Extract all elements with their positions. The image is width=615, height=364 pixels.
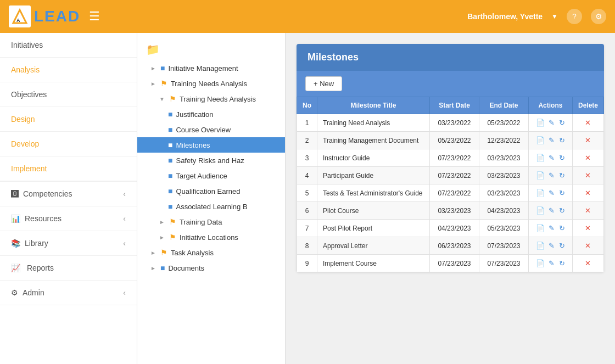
user-name[interactable]: Bartholomew, Yvette <box>467 12 543 21</box>
edit-icon[interactable]: ✎ <box>549 224 555 232</box>
col-actions: Actions <box>528 97 572 114</box>
cell-delete: ✕ <box>572 184 603 202</box>
delete-icon[interactable]: ✕ <box>585 119 591 127</box>
tree-item-tna-child[interactable]: ▼ ⚑ Training Needs Analysis <box>137 91 285 107</box>
col-end-date: End Date <box>479 97 528 114</box>
hamburger-menu[interactable]: ☰ <box>89 9 100 24</box>
cell-title[interactable]: Tests & Test Administrator's Guide <box>317 184 430 202</box>
cell-title[interactable]: Training Need Analysis <box>317 114 430 132</box>
delete-icon[interactable]: ✕ <box>585 259 591 267</box>
sidebar-item-implement[interactable]: Implement <box>0 156 137 181</box>
delete-icon[interactable]: ✕ <box>585 136 591 144</box>
restore-icon[interactable]: ↻ <box>559 171 565 180</box>
cell-title[interactable]: Participant Guide <box>317 167 430 184</box>
restore-icon[interactable]: ↻ <box>559 189 565 197</box>
view-icon[interactable]: 📄 <box>536 242 545 250</box>
sidebar-item-resources[interactable]: 📊Resources ‹ <box>0 206 137 231</box>
view-icon[interactable]: 📄 <box>536 136 545 144</box>
cell-end-date: 07/23/2023 <box>479 237 528 255</box>
cell-title[interactable]: Pilot Course <box>317 202 430 220</box>
cell-no: 1 <box>297 114 317 132</box>
view-icon[interactable]: 📄 <box>536 189 545 197</box>
chevron-icon-resources: ‹ <box>123 214 126 223</box>
restore-icon[interactable]: ↻ <box>559 224 565 232</box>
tree-item-safety-risks[interactable]: ■ Safety Risks and Haz <box>137 153 285 168</box>
edit-icon[interactable]: ✎ <box>549 206 555 215</box>
edit-icon[interactable]: ✎ <box>549 119 555 127</box>
tree-item-documents[interactable]: ► ■ Documents <box>137 260 285 276</box>
milestones-header: Milestones <box>297 44 604 71</box>
edit-icon[interactable]: ✎ <box>549 189 555 197</box>
restore-icon[interactable]: ↻ <box>559 154 565 162</box>
tree-item-course-overview[interactable]: ■ Course Overview <box>137 122 285 137</box>
delete-icon[interactable]: ✕ <box>585 206 591 215</box>
sidebar-item-design[interactable]: Design <box>0 107 137 132</box>
view-icon[interactable]: 📄 <box>536 259 545 267</box>
delete-icon[interactable]: ✕ <box>585 189 591 197</box>
view-icon[interactable]: 📄 <box>536 224 545 232</box>
doc-icon: ■ <box>160 264 165 272</box>
doc-icon: ■ <box>168 156 172 165</box>
sidebar-item-admin[interactable]: ⚙Admin ‹ <box>0 281 137 305</box>
cell-title[interactable]: Training Management Document <box>317 132 430 149</box>
user-dropdown-arrow[interactable]: ▼ <box>551 13 558 20</box>
tree-item-target-audience[interactable]: ■ Target Audience <box>137 168 285 183</box>
view-icon[interactable]: 📄 <box>536 171 545 180</box>
edit-icon[interactable]: ✎ <box>549 171 555 180</box>
settings-icon[interactable]: ⚙ <box>591 9 606 24</box>
cell-no: 9 <box>297 255 317 272</box>
sidebar-item-competencies[interactable]: 🅾Competencies ‹ <box>0 182 137 206</box>
tree-item-qualification[interactable]: ■ Qualification Earned <box>137 183 285 199</box>
cell-no: 4 <box>297 167 317 184</box>
cell-actions: 📄 ✎ ↻ <box>528 132 572 149</box>
cell-title[interactable]: Instructor Guide <box>317 149 430 167</box>
cell-delete: ✕ <box>572 149 603 167</box>
tree-item-initiative-mgmt[interactable]: ► ■ Initiative Management <box>137 60 285 76</box>
view-icon[interactable]: 📄 <box>536 119 545 127</box>
restore-icon[interactable]: ↻ <box>559 259 565 267</box>
sidebar-item-library[interactable]: 📚Library ‹ <box>0 231 137 256</box>
sidebar-item-initiatives[interactable]: Initiatives <box>0 33 137 58</box>
sidebar-item-analysis[interactable]: Analysis <box>0 58 137 82</box>
tree-item-assoc-learning[interactable]: ■ Associated Learning B <box>137 199 285 214</box>
cell-end-date: 03/23/2023 <box>479 167 528 184</box>
tree-item-justification[interactable]: ■ Justification <box>137 107 285 122</box>
sidebar: Initiatives Analysis Objectives Design D… <box>0 33 137 364</box>
delete-icon[interactable]: ✕ <box>585 242 591 250</box>
help-icon[interactable]: ? <box>567 9 582 24</box>
cell-title[interactable]: Implement Course <box>317 255 430 272</box>
restore-icon[interactable]: ↻ <box>559 206 565 215</box>
view-icon[interactable]: 📄 <box>536 154 545 162</box>
cell-start-date: 04/23/2023 <box>429 220 479 237</box>
tree-item-initiative-loc[interactable]: ► ⚑ Initiative Locations <box>137 229 285 245</box>
cell-start-date: 06/23/2023 <box>429 237 479 255</box>
logo[interactable]: A LEAD <box>9 5 80 27</box>
edit-icon[interactable]: ✎ <box>549 154 555 162</box>
cell-actions: 📄 ✎ ↻ <box>528 114 572 132</box>
new-button[interactable]: + New <box>305 76 342 91</box>
sidebar-item-objectives[interactable]: Objectives <box>0 82 137 107</box>
delete-icon[interactable]: ✕ <box>585 224 591 232</box>
tree-item-tna-parent[interactable]: ► ⚑ Training Needs Analysis <box>137 76 285 91</box>
cell-start-date: 07/23/2022 <box>429 149 479 167</box>
tree-item-milestones[interactable]: ■ Milestones <box>137 137 285 153</box>
view-icon[interactable]: 📄 <box>536 206 545 215</box>
tree-item-training-data[interactable]: ► ⚑ Training Data <box>137 214 285 229</box>
cell-actions: 📄 ✎ ↻ <box>528 220 572 237</box>
sidebar-item-resources-label: 📊Resources <box>11 214 62 223</box>
cell-actions: 📄 ✎ ↻ <box>528 237 572 255</box>
restore-icon[interactable]: ↻ <box>559 119 565 127</box>
delete-icon[interactable]: ✕ <box>585 171 591 180</box>
edit-icon[interactable]: ✎ <box>549 242 555 250</box>
restore-icon[interactable]: ↻ <box>559 136 565 144</box>
sidebar-item-reports[interactable]: 📈 Reports <box>0 256 137 281</box>
tree-item-task-analysis[interactable]: ► ⚑ Task Analysis <box>137 245 285 260</box>
edit-icon[interactable]: ✎ <box>549 136 555 144</box>
cell-title[interactable]: Post Pilot Report <box>317 220 430 237</box>
restore-icon[interactable]: ↻ <box>559 242 565 250</box>
delete-icon[interactable]: ✕ <box>585 154 591 162</box>
sidebar-item-develop[interactable]: Develop <box>0 132 137 156</box>
edit-icon[interactable]: ✎ <box>549 259 555 267</box>
cell-title[interactable]: Approval Letter <box>317 237 430 255</box>
cell-end-date: 12/23/2022 <box>479 132 528 149</box>
